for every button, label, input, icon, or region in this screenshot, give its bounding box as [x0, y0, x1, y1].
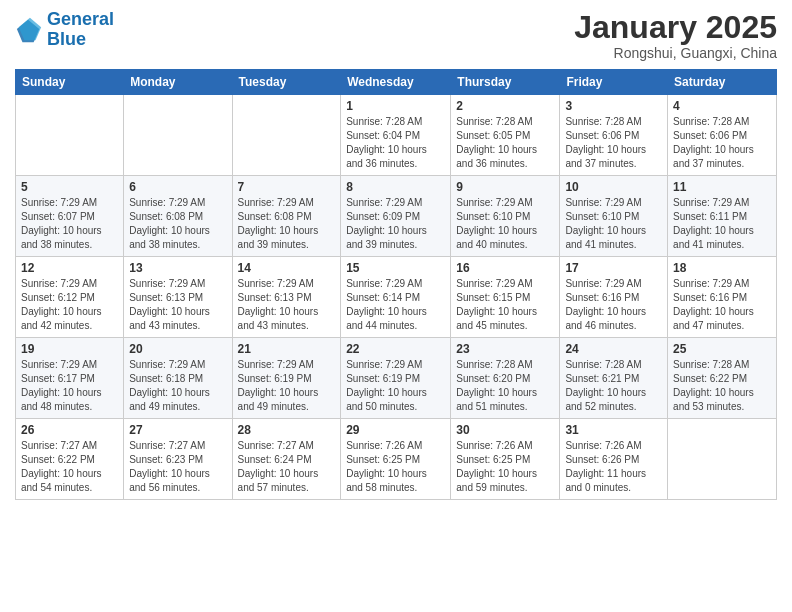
day-info: Sunrise: 7:29 AM Sunset: 6:09 PM Dayligh… [346, 196, 445, 252]
calendar-week-row: 26Sunrise: 7:27 AM Sunset: 6:22 PM Dayli… [16, 419, 777, 500]
day-number: 29 [346, 423, 445, 437]
table-row: 23Sunrise: 7:28 AM Sunset: 6:20 PM Dayli… [451, 338, 560, 419]
day-info: Sunrise: 7:29 AM Sunset: 6:08 PM Dayligh… [238, 196, 336, 252]
logo: General Blue [15, 10, 114, 50]
calendar-table: Sunday Monday Tuesday Wednesday Thursday… [15, 69, 777, 500]
calendar-title: January 2025 [574, 10, 777, 45]
table-row: 5Sunrise: 7:29 AM Sunset: 6:07 PM Daylig… [16, 176, 124, 257]
day-info: Sunrise: 7:29 AM Sunset: 6:14 PM Dayligh… [346, 277, 445, 333]
day-number: 3 [565, 99, 662, 113]
day-number: 1 [346, 99, 445, 113]
day-number: 6 [129, 180, 226, 194]
day-number: 23 [456, 342, 554, 356]
day-info: Sunrise: 7:27 AM Sunset: 6:22 PM Dayligh… [21, 439, 118, 495]
logo-icon [15, 16, 43, 44]
day-info: Sunrise: 7:29 AM Sunset: 6:13 PM Dayligh… [238, 277, 336, 333]
table-row: 25Sunrise: 7:28 AM Sunset: 6:22 PM Dayli… [668, 338, 777, 419]
day-info: Sunrise: 7:28 AM Sunset: 6:20 PM Dayligh… [456, 358, 554, 414]
day-info: Sunrise: 7:28 AM Sunset: 6:06 PM Dayligh… [673, 115, 771, 171]
day-number: 8 [346, 180, 445, 194]
day-number: 27 [129, 423, 226, 437]
day-number: 14 [238, 261, 336, 275]
header: General Blue January 2025 Rongshui, Guan… [15, 10, 777, 61]
calendar-week-row: 1Sunrise: 7:28 AM Sunset: 6:04 PM Daylig… [16, 95, 777, 176]
table-row: 30Sunrise: 7:26 AM Sunset: 6:25 PM Dayli… [451, 419, 560, 500]
day-number: 21 [238, 342, 336, 356]
day-number: 13 [129, 261, 226, 275]
day-number: 9 [456, 180, 554, 194]
table-row: 20Sunrise: 7:29 AM Sunset: 6:18 PM Dayli… [124, 338, 232, 419]
day-info: Sunrise: 7:29 AM Sunset: 6:11 PM Dayligh… [673, 196, 771, 252]
logo-line1: General [47, 9, 114, 29]
table-row: 17Sunrise: 7:29 AM Sunset: 6:16 PM Dayli… [560, 257, 668, 338]
table-row: 31Sunrise: 7:26 AM Sunset: 6:26 PM Dayli… [560, 419, 668, 500]
day-number: 11 [673, 180, 771, 194]
day-info: Sunrise: 7:28 AM Sunset: 6:05 PM Dayligh… [456, 115, 554, 171]
day-number: 18 [673, 261, 771, 275]
day-info: Sunrise: 7:26 AM Sunset: 6:25 PM Dayligh… [456, 439, 554, 495]
table-row: 29Sunrise: 7:26 AM Sunset: 6:25 PM Dayli… [341, 419, 451, 500]
day-info: Sunrise: 7:29 AM Sunset: 6:18 PM Dayligh… [129, 358, 226, 414]
table-row: 28Sunrise: 7:27 AM Sunset: 6:24 PM Dayli… [232, 419, 341, 500]
day-number: 28 [238, 423, 336, 437]
day-number: 5 [21, 180, 118, 194]
page: General Blue January 2025 Rongshui, Guan… [0, 0, 792, 612]
day-info: Sunrise: 7:28 AM Sunset: 6:06 PM Dayligh… [565, 115, 662, 171]
day-info: Sunrise: 7:26 AM Sunset: 6:25 PM Dayligh… [346, 439, 445, 495]
table-row: 1Sunrise: 7:28 AM Sunset: 6:04 PM Daylig… [341, 95, 451, 176]
table-row: 14Sunrise: 7:29 AM Sunset: 6:13 PM Dayli… [232, 257, 341, 338]
day-number: 10 [565, 180, 662, 194]
day-number: 12 [21, 261, 118, 275]
day-number: 26 [21, 423, 118, 437]
day-info: Sunrise: 7:28 AM Sunset: 6:04 PM Dayligh… [346, 115, 445, 171]
day-number: 16 [456, 261, 554, 275]
day-number: 31 [565, 423, 662, 437]
table-row: 6Sunrise: 7:29 AM Sunset: 6:08 PM Daylig… [124, 176, 232, 257]
day-info: Sunrise: 7:28 AM Sunset: 6:22 PM Dayligh… [673, 358, 771, 414]
calendar-week-row: 19Sunrise: 7:29 AM Sunset: 6:17 PM Dayli… [16, 338, 777, 419]
table-row: 24Sunrise: 7:28 AM Sunset: 6:21 PM Dayli… [560, 338, 668, 419]
day-number: 2 [456, 99, 554, 113]
day-info: Sunrise: 7:27 AM Sunset: 6:24 PM Dayligh… [238, 439, 336, 495]
table-row: 4Sunrise: 7:28 AM Sunset: 6:06 PM Daylig… [668, 95, 777, 176]
day-number: 15 [346, 261, 445, 275]
day-number: 7 [238, 180, 336, 194]
col-monday: Monday [124, 70, 232, 95]
day-info: Sunrise: 7:29 AM Sunset: 6:13 PM Dayligh… [129, 277, 226, 333]
col-saturday: Saturday [668, 70, 777, 95]
table-row: 12Sunrise: 7:29 AM Sunset: 6:12 PM Dayli… [16, 257, 124, 338]
table-row: 21Sunrise: 7:29 AM Sunset: 6:19 PM Dayli… [232, 338, 341, 419]
table-row [232, 95, 341, 176]
day-info: Sunrise: 7:29 AM Sunset: 6:10 PM Dayligh… [456, 196, 554, 252]
logo-text: General Blue [47, 10, 114, 50]
day-info: Sunrise: 7:29 AM Sunset: 6:19 PM Dayligh… [346, 358, 445, 414]
table-row: 9Sunrise: 7:29 AM Sunset: 6:10 PM Daylig… [451, 176, 560, 257]
table-row: 7Sunrise: 7:29 AM Sunset: 6:08 PM Daylig… [232, 176, 341, 257]
table-row: 27Sunrise: 7:27 AM Sunset: 6:23 PM Dayli… [124, 419, 232, 500]
table-row [124, 95, 232, 176]
table-row: 3Sunrise: 7:28 AM Sunset: 6:06 PM Daylig… [560, 95, 668, 176]
day-number: 25 [673, 342, 771, 356]
day-info: Sunrise: 7:29 AM Sunset: 6:12 PM Dayligh… [21, 277, 118, 333]
day-number: 17 [565, 261, 662, 275]
table-row: 22Sunrise: 7:29 AM Sunset: 6:19 PM Dayli… [341, 338, 451, 419]
day-info: Sunrise: 7:29 AM Sunset: 6:07 PM Dayligh… [21, 196, 118, 252]
col-wednesday: Wednesday [341, 70, 451, 95]
day-number: 24 [565, 342, 662, 356]
day-info: Sunrise: 7:29 AM Sunset: 6:08 PM Dayligh… [129, 196, 226, 252]
logo-line2: Blue [47, 29, 86, 49]
table-row: 18Sunrise: 7:29 AM Sunset: 6:16 PM Dayli… [668, 257, 777, 338]
day-number: 22 [346, 342, 445, 356]
col-tuesday: Tuesday [232, 70, 341, 95]
table-row: 16Sunrise: 7:29 AM Sunset: 6:15 PM Dayli… [451, 257, 560, 338]
day-info: Sunrise: 7:29 AM Sunset: 6:10 PM Dayligh… [565, 196, 662, 252]
day-number: 4 [673, 99, 771, 113]
day-info: Sunrise: 7:29 AM Sunset: 6:17 PM Dayligh… [21, 358, 118, 414]
day-info: Sunrise: 7:29 AM Sunset: 6:16 PM Dayligh… [673, 277, 771, 333]
col-sunday: Sunday [16, 70, 124, 95]
day-info: Sunrise: 7:29 AM Sunset: 6:19 PM Dayligh… [238, 358, 336, 414]
day-info: Sunrise: 7:29 AM Sunset: 6:16 PM Dayligh… [565, 277, 662, 333]
day-info: Sunrise: 7:29 AM Sunset: 6:15 PM Dayligh… [456, 277, 554, 333]
table-row: 8Sunrise: 7:29 AM Sunset: 6:09 PM Daylig… [341, 176, 451, 257]
day-number: 20 [129, 342, 226, 356]
